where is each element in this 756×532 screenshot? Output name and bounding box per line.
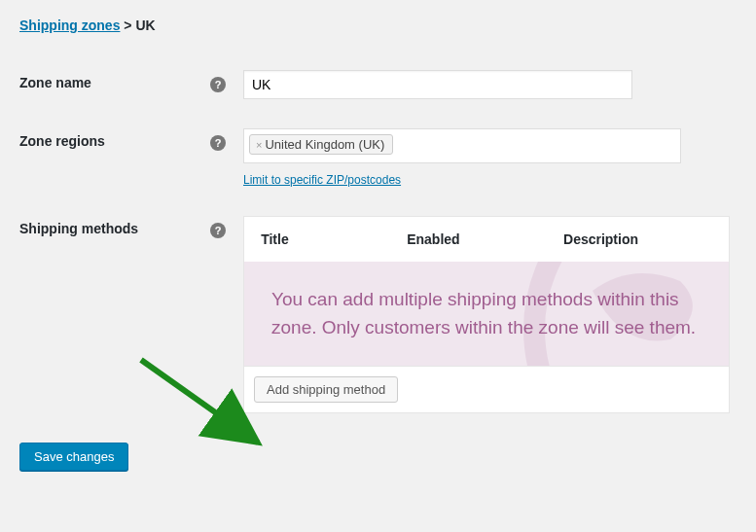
zone-regions-select[interactable]: ×United Kingdom (UK) xyxy=(243,128,681,163)
region-tag[interactable]: ×United Kingdom (UK) xyxy=(249,134,393,155)
empty-methods-message: You can add multiple shipping methods wi… xyxy=(271,285,702,342)
breadcrumb-separator: > xyxy=(124,18,135,33)
col-description: Description xyxy=(563,217,729,263)
shipping-methods-table: Title Enabled Description xyxy=(243,216,730,413)
col-title: Title xyxy=(261,217,407,263)
help-icon[interactable]: ? xyxy=(210,135,226,151)
limit-postcodes-link[interactable]: Limit to specific ZIP/postcodes xyxy=(243,173,401,187)
zone-regions-label: Zone regions xyxy=(19,133,105,149)
breadcrumb-parent-link[interactable]: Shipping zones xyxy=(19,18,120,33)
zone-name-label: Zone name xyxy=(19,75,91,90)
breadcrumb-current: UK xyxy=(135,18,155,33)
shipping-methods-label: Shipping methods xyxy=(19,221,138,236)
region-tag-label: United Kingdom (UK) xyxy=(265,137,384,152)
remove-tag-icon[interactable]: × xyxy=(256,139,262,151)
col-enabled: Enabled xyxy=(407,217,563,263)
help-icon[interactable]: ? xyxy=(210,77,226,92)
breadcrumb: Shipping zones > UK xyxy=(19,12,737,33)
save-changes-button[interactable]: Save changes xyxy=(19,443,128,471)
zone-name-input[interactable] xyxy=(243,70,632,99)
add-shipping-method-button[interactable]: Add shipping method xyxy=(254,376,398,403)
help-icon[interactable]: ? xyxy=(210,223,226,238)
